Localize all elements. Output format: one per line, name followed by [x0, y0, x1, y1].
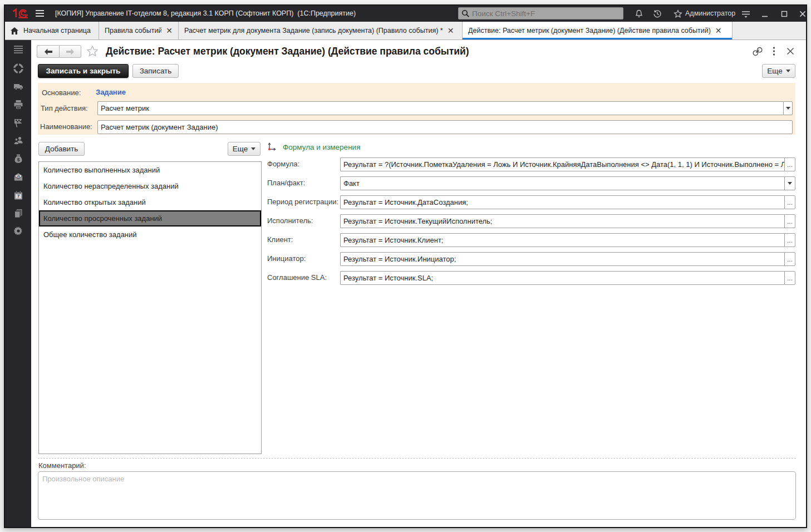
- more-dots-icon[interactable]: [773, 47, 775, 56]
- form-content: Действие: Расчет метрик (документ Задани…: [31, 40, 806, 527]
- tab-action[interactable]: Действие: Расчет метрик (документ Задани…: [463, 22, 733, 40]
- save-and-close-button[interactable]: Записать и закрыть: [38, 64, 129, 78]
- printer-icon[interactable]: [13, 100, 23, 110]
- list-more-button[interactable]: Еще: [228, 142, 260, 156]
- window-title: [КОПИЯ] Управление IT-отделом 8, редакци…: [55, 6, 356, 22]
- ellipsis-icon: ...: [787, 274, 793, 282]
- back-button[interactable]: [37, 45, 59, 58]
- current-user[interactable]: Администратор: [685, 6, 735, 22]
- executor-choose-button[interactable]: ...: [784, 214, 795, 228]
- client-input[interactable]: Результат = Источник.Клиент;: [340, 233, 784, 247]
- get-link-icon[interactable]: [753, 47, 763, 56]
- forward-button[interactable]: [59, 45, 81, 58]
- money-bag-icon[interactable]: $: [13, 154, 23, 164]
- titlebar: [КОПИЯ] Управление IT-отделом 8, редакци…: [5, 6, 806, 22]
- minimize-icon[interactable]: [760, 9, 769, 18]
- calendar-icon[interactable]: 7: [13, 190, 23, 200]
- name-input[interactable]: [97, 120, 793, 134]
- main-menu-icon[interactable]: [36, 10, 44, 17]
- users-icon[interactable]: [13, 136, 23, 146]
- metric-list-item[interactable]: Общее количество заданий: [39, 226, 261, 243]
- client-choose-button[interactable]: ...: [784, 233, 795, 247]
- action-type-label: Тип действия:: [41, 104, 88, 112]
- notifications-bell-icon[interactable]: [635, 9, 643, 18]
- dimensions-axes-icon: [268, 142, 276, 151]
- base-label: Основание:: [42, 88, 81, 97]
- metric-list-item[interactable]: Количество открытых заданий: [39, 194, 261, 210]
- parameters-panel: Основание: Задание Тип действия: Наимено…: [38, 83, 795, 135]
- field-label: Период регистрации:: [267, 198, 338, 206]
- delivery-truck-icon[interactable]: [13, 81, 23, 91]
- action-type-dropdown-button[interactable]: [783, 101, 793, 115]
- search-input[interactable]: [472, 9, 623, 18]
- initiator-choose-button[interactable]: ...: [784, 252, 795, 266]
- search-icon: [461, 9, 470, 18]
- metric-list-item-selected[interactable]: Количество просроченных заданий: [39, 210, 261, 226]
- sla-input[interactable]: Результат = Источник.SLA;: [340, 271, 784, 285]
- global-search[interactable]: [458, 7, 623, 19]
- field-label: Формула:: [267, 160, 299, 168]
- comment-label: Комментарий:: [38, 461, 86, 470]
- add-metric-button[interactable]: Добавить: [38, 142, 85, 156]
- form-more-button[interactable]: Еще: [762, 64, 795, 78]
- tab-label: Правила событий: [105, 27, 161, 35]
- field-label: Исполнитель:: [267, 216, 313, 225]
- tab-label: Расчет метрик для документа Задание (зап…: [184, 27, 443, 35]
- ellipsis-icon: ...: [787, 255, 793, 263]
- tab-close-icon[interactable]: ✕: [166, 27, 173, 35]
- navigation-buttons: [37, 45, 82, 58]
- sections-list-icon[interactable]: [13, 45, 23, 55]
- planfact-input[interactable]: Факт: [340, 176, 784, 190]
- finish-flag-icon[interactable]: [13, 118, 23, 128]
- tab-close-icon[interactable]: ✕: [448, 27, 454, 35]
- tabbar: Начальная страница Правила событий ✕ Рас…: [5, 22, 806, 40]
- service-menu-icon[interactable]: [741, 10, 750, 19]
- tab-label: Действие: Расчет метрик (документ Задани…: [468, 27, 711, 35]
- action-type-input[interactable]: [97, 101, 783, 115]
- ellipsis-icon: ...: [787, 237, 793, 244]
- favorites-star-icon[interactable]: [674, 9, 682, 18]
- formula-input[interactable]: Результат = ?(Источник.ПометкаУдаления =…: [340, 157, 784, 171]
- field-label: План/факт:: [267, 179, 305, 187]
- save-button[interactable]: Записать: [132, 64, 179, 78]
- splitter-line[interactable]: [38, 458, 796, 459]
- field-label: Инициатор:: [267, 254, 306, 263]
- caret-down-icon: [786, 107, 790, 110]
- initiator-input[interactable]: Результат = Источник.Инициатор;: [340, 252, 784, 266]
- caret-down-icon: [788, 182, 792, 185]
- metrics-list: Количество выполненных заданий Количеств…: [38, 161, 262, 454]
- formula-group-header[interactable]: Формула и измерения: [268, 142, 360, 151]
- planfact-dropdown-button[interactable]: [784, 176, 795, 190]
- mail-icon[interactable]: @: [13, 172, 23, 182]
- metric-list-item[interactable]: Количество выполненных заданий: [39, 162, 261, 178]
- comment-textarea[interactable]: [38, 471, 796, 520]
- more-label: Еще: [233, 145, 248, 153]
- history-icon[interactable]: [653, 9, 662, 18]
- documents-stack-icon[interactable]: [13, 208, 23, 218]
- executor-input[interactable]: Результат = Источник.ТекущийИсполнитель;: [340, 214, 784, 228]
- tab-event-rule[interactable]: Расчет метрик для документа Задание (зап…: [179, 22, 463, 40]
- formula-choose-button[interactable]: ...: [784, 157, 795, 171]
- tab-event-rules[interactable]: Правила событий ✕: [99, 22, 179, 40]
- ellipsis-icon: ...: [787, 161, 793, 169]
- tab-home[interactable]: Начальная страница: [5, 22, 99, 40]
- maximize-icon[interactable]: [780, 9, 789, 18]
- tab-close-icon[interactable]: ✕: [715, 27, 722, 35]
- home-icon: [11, 27, 18, 35]
- gear-icon[interactable]: [13, 226, 23, 236]
- close-window-icon[interactable]: [798, 9, 807, 18]
- 1c-logo: [12, 8, 28, 19]
- sla-choose-button[interactable]: ...: [784, 271, 795, 285]
- name-label: Наименование:: [40, 122, 92, 131]
- period-input[interactable]: Результат = Источник.ДатаСоздания;: [340, 195, 784, 209]
- base-link[interactable]: Задание: [96, 88, 126, 96]
- support-wheel-icon[interactable]: [13, 63, 23, 73]
- app-window: [КОПИЯ] Управление IT-отделом 8, редакци…: [4, 4, 807, 528]
- favorite-star-icon[interactable]: [86, 45, 99, 57]
- page-title: Действие: Расчет метрик (документ Задани…: [106, 46, 469, 57]
- formula-group-title: Формула и измерения: [283, 143, 360, 151]
- period-choose-button[interactable]: ...: [784, 195, 795, 209]
- close-form-icon[interactable]: [787, 47, 794, 55]
- field-label: Клиент:: [267, 235, 293, 244]
- metric-list-item[interactable]: Количество нераспределенных заданий: [39, 178, 261, 194]
